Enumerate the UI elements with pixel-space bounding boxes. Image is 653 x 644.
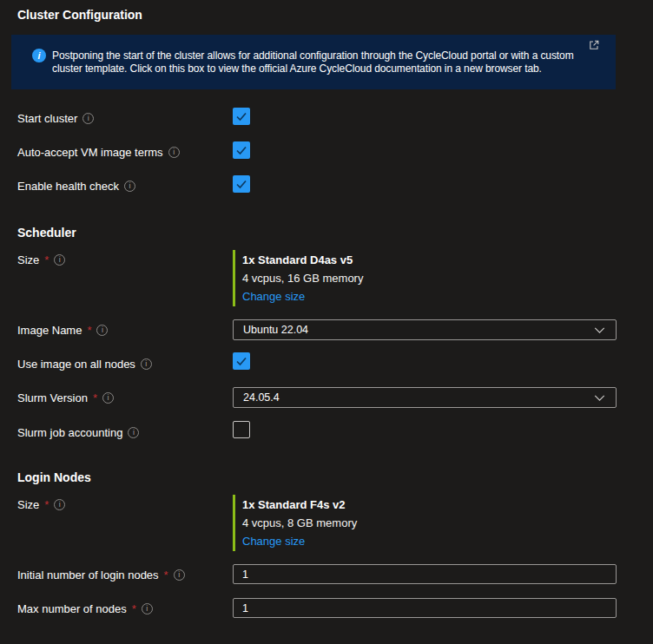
info-tooltip-icon[interactable]: i bbox=[82, 113, 94, 124]
info-icon: i bbox=[32, 49, 46, 62]
checkmark-icon bbox=[233, 175, 250, 193]
info-tooltip-icon[interactable]: i bbox=[102, 392, 114, 404]
required-marker: * bbox=[44, 498, 49, 511]
label-text: Start cluster bbox=[17, 112, 77, 125]
label-text: Use image on all nodes bbox=[17, 358, 135, 371]
label-text: Image Name bbox=[17, 324, 82, 337]
required-marker: * bbox=[93, 391, 97, 404]
label-text: Max number of nodes bbox=[17, 602, 127, 615]
banner-message-line: Postponing the start of the cluster allo… bbox=[52, 49, 574, 62]
chevron-down-icon bbox=[594, 327, 605, 333]
image-name-dropdown[interactable]: Ubuntu 22.04 bbox=[233, 319, 617, 340]
dropdown-selected-value: Ubuntu 22.04 bbox=[243, 324, 308, 336]
enable-health-check-checkbox[interactable] bbox=[233, 175, 250, 193]
info-icon-glyph: i bbox=[59, 500, 61, 509]
start-cluster-checkbox[interactable] bbox=[233, 108, 250, 125]
label-slurm-job-accounting: Slurm job accounting i bbox=[17, 425, 139, 439]
label-text: Slurm job accounting bbox=[17, 426, 122, 439]
banner-message-line: cluster template. Click on this box to v… bbox=[52, 62, 574, 76]
info-icon-glyph: i bbox=[88, 114, 89, 122]
vm-size-specs: 4 vcpus, 16 GB memory bbox=[242, 269, 363, 287]
info-icon-glyph: i bbox=[59, 255, 61, 264]
initial-login-nodes-input[interactable] bbox=[233, 564, 617, 584]
checkmark-icon bbox=[233, 141, 250, 159]
use-image-on-all-nodes-checkbox[interactable] bbox=[233, 352, 250, 370]
label-image-name: Image Name * i bbox=[17, 323, 108, 337]
change-size-link[interactable]: Change size bbox=[242, 287, 363, 306]
label-text: Slurm Version bbox=[17, 391, 88, 404]
label-use-image-on-all-nodes: Use image on all nodes i bbox=[17, 357, 152, 371]
info-icon-glyph: i bbox=[102, 325, 103, 334]
label-text: Auto-accept VM image terms bbox=[17, 146, 163, 159]
chevron-down-icon bbox=[594, 395, 605, 401]
banner-message: Postponing the start of the cluster allo… bbox=[52, 49, 574, 76]
required-marker: * bbox=[132, 602, 136, 615]
cluster-configuration-form: Cluster Configuration i Postponing the s… bbox=[0, 0, 653, 644]
open-in-new-tab-icon[interactable] bbox=[589, 40, 599, 50]
info-tooltip-icon[interactable]: i bbox=[96, 325, 108, 336]
info-tooltip-icon[interactable]: i bbox=[142, 603, 153, 614]
info-tooltip-icon[interactable]: i bbox=[128, 427, 139, 438]
info-icon-glyph: i bbox=[37, 50, 40, 61]
info-tooltip-icon[interactable]: i bbox=[54, 254, 65, 266]
info-icon-glyph: i bbox=[173, 148, 175, 156]
required-marker: * bbox=[164, 568, 168, 582]
scheduler-vm-size-card: 1x Standard D4as v5 4 vcpus, 16 GB memor… bbox=[233, 250, 363, 306]
change-size-link[interactable]: Change size bbox=[242, 532, 357, 550]
label-slurm-version: Slurm Version * i bbox=[17, 391, 114, 404]
info-tooltip-icon[interactable]: i bbox=[168, 147, 180, 158]
label-text: Initial number of login nodes bbox=[17, 568, 159, 582]
slurm-version-dropdown[interactable]: 24.05.4 bbox=[233, 387, 617, 408]
checkmark-icon bbox=[233, 352, 250, 370]
label-start-cluster: Start cluster i bbox=[17, 111, 94, 125]
page-title: Cluster Configuration bbox=[17, 8, 142, 22]
section-heading-scheduler: Scheduler bbox=[17, 226, 76, 240]
checkmark-icon bbox=[233, 108, 250, 125]
auto-accept-vm-image-terms-checkbox[interactable] bbox=[233, 141, 250, 159]
info-icon-glyph: i bbox=[146, 604, 148, 613]
label-enable-health-check: Enable health check i bbox=[17, 179, 135, 193]
vm-size-title: 1x Standard F4s v2 bbox=[242, 496, 357, 514]
label-initial-number-of-login-nodes: Initial number of login nodes * i bbox=[17, 568, 185, 582]
label-scheduler-size: Size * i bbox=[17, 253, 65, 266]
info-banner[interactable]: i Postponing the start of the cluster al… bbox=[11, 35, 616, 89]
label-auto-accept-vm-image-terms: Auto-accept VM image terms i bbox=[17, 145, 180, 159]
label-text: Size bbox=[17, 253, 39, 266]
info-icon-glyph: i bbox=[178, 570, 180, 579]
section-heading-login-nodes: Login Nodes bbox=[17, 470, 91, 484]
max-nodes-input[interactable] bbox=[233, 598, 617, 618]
info-tooltip-icon[interactable]: i bbox=[174, 569, 185, 581]
info-icon-glyph: i bbox=[133, 428, 135, 437]
required-marker: * bbox=[44, 253, 49, 266]
label-login-nodes-size: Size * i bbox=[17, 497, 65, 511]
info-tooltip-icon[interactable]: i bbox=[124, 181, 135, 192]
info-icon-glyph: i bbox=[145, 359, 147, 368]
info-tooltip-icon[interactable]: i bbox=[141, 358, 152, 370]
label-text: Enable health check bbox=[17, 180, 119, 193]
login-nodes-vm-size-card: 1x Standard F4s v2 4 vcpus, 8 GB memory … bbox=[233, 495, 357, 551]
label-text: Size bbox=[17, 498, 39, 511]
info-icon-glyph: i bbox=[107, 393, 109, 402]
vm-size-title: 1x Standard D4as v5 bbox=[242, 251, 363, 269]
required-marker: * bbox=[87, 324, 91, 337]
info-icon-glyph: i bbox=[129, 181, 131, 190]
dropdown-selected-value: 24.05.4 bbox=[243, 391, 280, 404]
info-tooltip-icon[interactable]: i bbox=[54, 499, 65, 510]
label-max-number-of-nodes: Max number of nodes * i bbox=[17, 601, 153, 615]
slurm-job-accounting-checkbox[interactable] bbox=[233, 421, 250, 438]
vm-size-specs: 4 vcpus, 8 GB memory bbox=[242, 514, 357, 532]
